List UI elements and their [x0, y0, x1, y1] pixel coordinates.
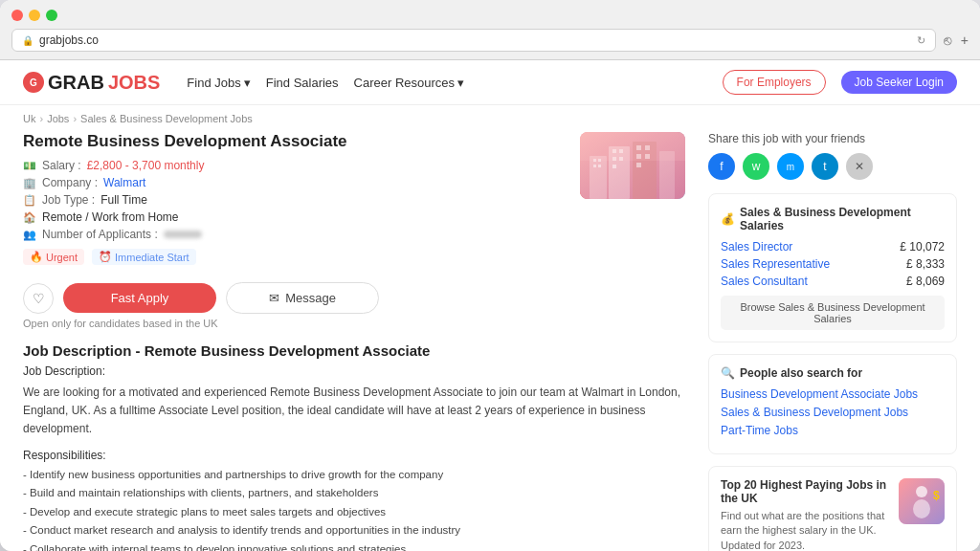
applicants-icon: 👥 — [23, 229, 36, 241]
salary-amount: £ 8,333 — [906, 257, 945, 271]
salary-amount: £ 10,072 — [900, 240, 945, 253]
salary-label: Salary : — [42, 159, 81, 172]
responsibility-item: - Conduct market research and analysis t… — [23, 521, 685, 540]
share-whatsapp-icon[interactable]: w — [743, 153, 769, 180]
open-only-text: Open only for candidates based in the UK — [23, 318, 685, 329]
nav-find-salaries[interactable]: Find Salaries — [266, 76, 339, 90]
also-search-link[interactable]: Sales & Business Development Jobs — [721, 406, 945, 419]
company-label: Company : — [42, 176, 98, 189]
jobtype-icon: 📋 — [23, 194, 36, 207]
breadcrumb-sales[interactable]: Sales & Business Development Jobs — [80, 113, 253, 124]
salary-icon: 💵 — [23, 160, 36, 172]
breadcrumb-jobs[interactable]: Jobs — [47, 113, 69, 124]
salary-job-title[interactable]: Sales Representative — [721, 257, 830, 271]
share-icons: f w m t ✕ — [708, 153, 957, 180]
also-search-title: 🔍 People also search for — [721, 366, 945, 380]
left-column: Remote Business Development Associate 💵 … — [23, 132, 685, 551]
company-value[interactable]: Walmart — [103, 176, 145, 189]
reload-icon[interactable]: ↻ — [917, 34, 925, 47]
svg-rect-11 — [612, 165, 616, 168]
desc-label: Job Description: — [23, 364, 685, 378]
search-emoji-icon: 🔍 — [721, 366, 735, 380]
job-title: Remote Business Development Associate — [23, 132, 347, 151]
url-text: grabjobs.co — [39, 33, 99, 47]
breadcrumb: Uk › Jobs › Sales & Business Development… — [0, 105, 980, 132]
address-bar[interactable]: 🔒 grabjobs.co ↻ — [11, 29, 936, 52]
logo-jobs-text: JOBS — [108, 72, 160, 94]
desc-text: We are looking for a motivated and exper… — [23, 384, 685, 439]
svg-text:$: $ — [933, 489, 940, 502]
message-icon: ✉ — [269, 291, 279, 305]
share-facebook-icon[interactable]: f — [708, 153, 735, 180]
svg-rect-4 — [593, 165, 596, 167]
desc-section-title: Job Description - Remote Business Develo… — [23, 342, 685, 359]
applicants-label: Number of Applicants : — [42, 228, 158, 241]
svg-rect-1 — [590, 156, 607, 199]
navbar: G GRAB JOBS Find Jobs ▾ Find Salaries Ca… — [0, 60, 980, 105]
share-title: Share this job with your friends — [708, 132, 957, 145]
breadcrumb-uk[interactable]: Uk — [23, 113, 35, 124]
applicants-value — [164, 231, 202, 238]
salaries-card-title: 💰 Sales & Business Development Salaries — [721, 206, 945, 232]
top-jobs-title: Top 20 Highest Paying Jobs in the UK — [721, 478, 889, 505]
svg-rect-19 — [580, 132, 685, 161]
action-row: ♡ Fast Apply ✉ Message — [23, 282, 685, 314]
logo-grab-text: GRAB — [48, 72, 104, 94]
also-search-link[interactable]: Business Development Associate Jobs — [721, 387, 945, 401]
jobtype-label: Job Type : — [42, 193, 95, 207]
job-description-section: Job Description - Remote Business Develo… — [23, 342, 685, 551]
salary-value: £2,800 - 3,700 monthly — [87, 159, 205, 172]
share-browser-icon[interactable]: ⎋ — [944, 33, 951, 48]
for-employers-button[interactable]: For Employers — [723, 70, 826, 95]
save-button[interactable]: ♡ — [23, 283, 54, 314]
svg-point-22 — [913, 499, 930, 518]
share-section: Share this job with your friends f w m t… — [708, 132, 957, 180]
salary-row: Sales Director£ 10,072 — [721, 240, 945, 253]
salaries-list: Sales Director£ 10,072Sales Representati… — [721, 240, 945, 288]
resp-title: Responsibilities: — [23, 449, 685, 462]
responsibility-item: - Collaborate with internal teams to dev… — [23, 540, 685, 551]
logo[interactable]: G GRAB JOBS — [23, 72, 160, 94]
also-search-link[interactable]: Part-Time Jobs — [721, 424, 945, 437]
company-icon: 🏢 — [23, 177, 36, 189]
traffic-light-yellow[interactable] — [29, 10, 40, 21]
svg-rect-17 — [636, 163, 641, 167]
salary-job-title[interactable]: Sales Director — [721, 240, 792, 253]
traffic-light-red[interactable] — [11, 10, 23, 21]
tag-urgent: 🔥 Urgent — [23, 249, 84, 265]
lock-icon: 🔒 — [22, 35, 33, 46]
responsibility-item: - Develop and execute strategic plans to… — [23, 503, 685, 522]
job-image — [580, 132, 685, 199]
top-jobs-text: Top 20 Highest Paying Jobs in the UK Fin… — [721, 478, 889, 551]
salary-amount: £ 8,069 — [906, 275, 945, 288]
salary-row: Sales Representative£ 8,333 — [721, 257, 945, 271]
money-bag-icon: 💰 — [721, 212, 735, 226]
nav-find-jobs[interactable]: Find Jobs ▾ — [187, 76, 250, 90]
tags-row: 🔥 Urgent ⏰ Immediate Start — [23, 249, 347, 265]
nav-links: Find Jobs ▾ Find Salaries Career Resourc… — [187, 76, 464, 90]
logo-icon: G — [23, 72, 44, 93]
browse-salaries-button[interactable]: Browse Sales & Business Development Sala… — [721, 296, 945, 330]
fast-apply-button[interactable]: Fast Apply — [63, 283, 216, 313]
traffic-light-green[interactable] — [46, 10, 57, 21]
heart-icon: ♡ — [33, 291, 45, 306]
salary-row: Sales Consultant£ 8,069 — [721, 275, 945, 288]
job-details: 💵 Salary : £2,800 - 3,700 monthly 🏢 Comp… — [23, 159, 347, 241]
remote-label: Remote / Work from Home — [42, 210, 178, 224]
top-jobs-image: $ — [899, 478, 945, 524]
job-seeker-login-button[interactable]: Job Seeker Login — [841, 71, 957, 94]
new-tab-icon[interactable]: + — [961, 33, 969, 48]
svg-point-21 — [916, 486, 927, 497]
share-messenger-icon[interactable]: m — [777, 153, 804, 180]
salaries-card: 💰 Sales & Business Development Salaries … — [708, 193, 957, 342]
salary-job-title[interactable]: Sales Consultant — [721, 275, 808, 288]
jobtype-value: Full Time — [100, 193, 147, 207]
also-search-card: 🔍 People also search for Business Develo… — [708, 354, 957, 454]
svg-rect-5 — [598, 165, 601, 167]
share-telegram-icon[interactable]: t — [812, 153, 838, 180]
top-jobs-card: Top 20 Highest Paying Jobs in the UK Fin… — [708, 466, 957, 551]
nav-career-resources[interactable]: Career Resources ▾ — [354, 76, 465, 90]
share-twitter-icon[interactable]: ✕ — [846, 153, 873, 180]
message-button[interactable]: ✉ Message — [226, 282, 379, 314]
responsibility-item: - Build and maintain relationships with … — [23, 484, 685, 503]
